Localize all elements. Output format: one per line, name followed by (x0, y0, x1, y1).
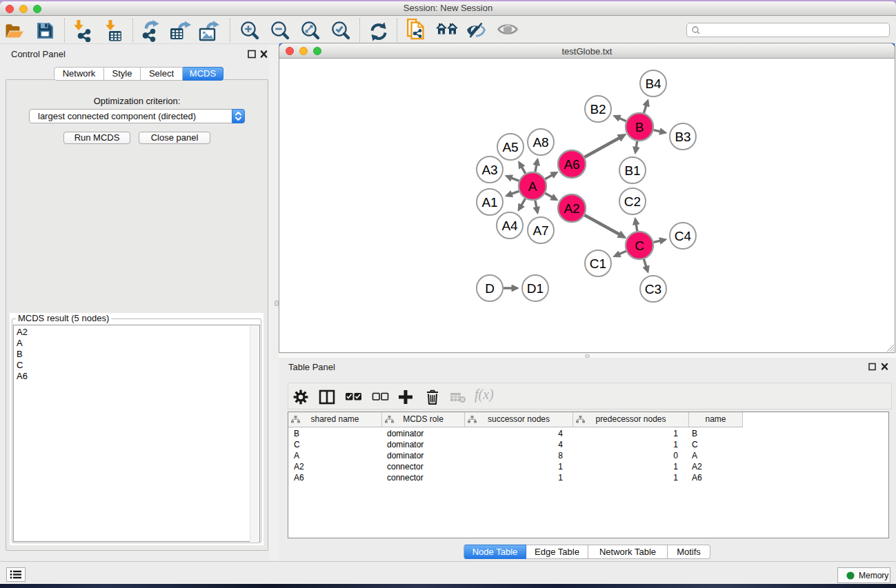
svg-text:B2: B2 (590, 102, 606, 116)
svg-text:A6: A6 (564, 157, 579, 172)
svg-text:A: A (528, 179, 537, 194)
svg-text:D: D (485, 281, 495, 296)
svg-text:A5: A5 (502, 140, 518, 154)
svg-text:A4: A4 (501, 219, 518, 233)
svg-text:A3: A3 (481, 163, 497, 177)
svg-text:C1: C1 (590, 256, 606, 271)
svg-text:B4: B4 (645, 77, 661, 91)
svg-text:C4: C4 (675, 229, 692, 243)
svg-text:C3: C3 (645, 282, 661, 296)
svg-text:D1: D1 (527, 281, 544, 296)
svg-text:B3: B3 (675, 130, 690, 144)
svg-text:C2: C2 (624, 194, 641, 209)
svg-text:C: C (635, 239, 644, 253)
svg-text:A7: A7 (532, 223, 548, 238)
svg-text:A1: A1 (481, 195, 497, 210)
svg-text:B: B (635, 120, 644, 134)
svg-text:A8: A8 (532, 135, 548, 150)
svg-text:B1: B1 (624, 163, 640, 178)
svg-text:A2: A2 (564, 201, 579, 216)
